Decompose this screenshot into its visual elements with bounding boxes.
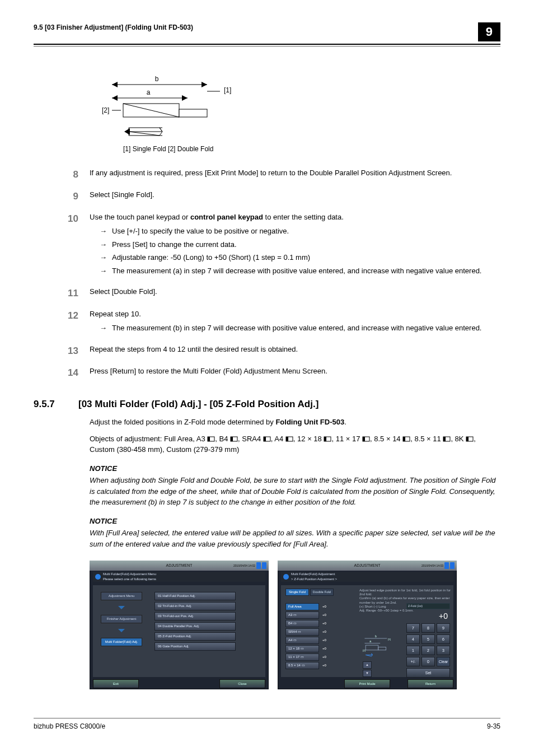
- menu-button[interactable]: 05 Z-Fold Position Adj.: [154, 632, 236, 641]
- svg-rect-29: [324, 437, 326, 441]
- panel-title: Multi Folder(Fold) Adjustment > Z-Fold P…: [291, 572, 337, 582]
- notice-heading: NOTICE: [90, 463, 500, 474]
- svg-marker-1: [112, 82, 118, 87]
- svg-rect-31: [363, 437, 365, 441]
- panel-title: Multi Folder(Fold) Adjustment Menu Pleas…: [103, 572, 156, 582]
- set-value: +0: [406, 610, 450, 622]
- svg-rect-35: [443, 437, 446, 441]
- scroll-up-button[interactable]: ▲: [363, 661, 372, 669]
- svg-text:[2]: [2]: [102, 106, 109, 114]
- menu-button[interactable]: 02 Tri-Fold-in Pos. Adj.: [154, 602, 236, 610]
- svg-rect-27: [286, 437, 288, 441]
- paper-size-button[interactable]: B4 ▭: [285, 620, 319, 627]
- step-text: Repeat the steps from 4 to 12 until the …: [90, 344, 500, 358]
- page-number: 9-35: [487, 721, 500, 731]
- rule-thin: [34, 46, 500, 46]
- step-sub: Use [+/-] to specify the value to be pos…: [100, 226, 500, 237]
- menu-button[interactable]: 06 Gate Position Adj.: [154, 642, 236, 651]
- svg-text:a: a: [369, 640, 371, 643]
- paper-size-button[interactable]: A4 ▭: [285, 637, 319, 644]
- panel-header: ADJUSTMENT: [354, 563, 380, 567]
- svg-marker-6: [182, 95, 188, 101]
- objects-text: Objects of adjustment: Full Area, A3 , B…: [90, 433, 500, 455]
- keypad-key[interactable]: +/-: [406, 657, 420, 666]
- keypad-key[interactable]: 7: [406, 623, 420, 633]
- tab-double-fold[interactable]: Double Fold: [310, 589, 334, 596]
- svg-rect-37: [466, 437, 469, 441]
- panel-datetime: 2010/04/04 14:02: [233, 561, 255, 571]
- keypad-key[interactable]: 9: [437, 623, 450, 633]
- set-label: Z-Fold (1st): [406, 603, 450, 609]
- mini-diagram: b a [2] [1]: [363, 634, 392, 657]
- intro-text: Adjust the folded positions in Z-Fold mo…: [90, 417, 500, 428]
- menu-button[interactable]: 01 Half-Fold Position Adj.: [154, 592, 236, 600]
- panel-header: ADJUSTMENT: [166, 563, 192, 567]
- breadcrumb-item[interactable]: Multi Folder(Fold) Adj.: [101, 638, 142, 646]
- step-text: If any adjustment is required, press [Ex…: [90, 167, 500, 182]
- breadcrumb-item[interactable]: Finisher Adjustment: [101, 615, 142, 623]
- svg-marker-15: [129, 128, 162, 136]
- svg-line-9: [123, 104, 179, 117]
- size-value: +0: [322, 629, 326, 634]
- paper-size-button[interactable]: Full Area: [285, 603, 319, 610]
- keypad-key[interactable]: 0: [421, 657, 435, 666]
- menu-button[interactable]: 04 Double Parallel Pos. Adj.: [154, 622, 236, 631]
- step-sub: The measurement (b) in step 7 will decre…: [100, 323, 500, 334]
- step-text: Repeat step 10.: [90, 310, 141, 318]
- step-text: Press [Return] to restore the Multi Fold…: [90, 366, 500, 380]
- close-button[interactable]: Close: [219, 679, 265, 688]
- paper-size-button[interactable]: 8.5 × 14 ▭: [285, 662, 319, 669]
- size-value: +0: [322, 613, 326, 618]
- keypad-key[interactable]: 2: [421, 646, 435, 655]
- exit-button[interactable]: Exit: [93, 679, 139, 688]
- step-text: Select [Single Fold].: [90, 189, 500, 204]
- size-value: +0: [322, 646, 326, 651]
- svg-rect-10: [179, 109, 207, 117]
- keypad-key[interactable]: 5: [421, 634, 435, 644]
- keypad-key[interactable]: 3: [437, 646, 450, 655]
- info-icon: [283, 574, 289, 580]
- return-button[interactable]: Return: [407, 679, 453, 688]
- size-value: +0: [322, 638, 326, 643]
- svg-marker-2: [202, 82, 207, 87]
- breadcrumb-item[interactable]: Adjustment Menu: [101, 592, 142, 600]
- size-value: +0: [322, 663, 326, 668]
- step-sub: The measurement (a) in step 7 will decre…: [100, 265, 500, 277]
- size-value: +0: [322, 655, 326, 660]
- chevron-down-icon: [118, 629, 125, 632]
- step-sub: Adjustable range: -50 (Long) to +50 (Sho…: [100, 252, 500, 263]
- step-number: 10: [34, 212, 90, 279]
- svg-marker-19: [124, 128, 130, 135]
- paper-size-button[interactable]: A3 ▭: [285, 612, 319, 619]
- adjustment-screenshot: ADJUSTMENT 2010/04/04 14:03 Multi Folder…: [278, 561, 457, 689]
- size-value: +0: [322, 621, 326, 626]
- keypad-key[interactable]: 8: [421, 623, 435, 633]
- menu-button[interactable]: 03 Tri-Fold-out Pos. Adj.: [154, 612, 236, 620]
- svg-text:[1]: [1]: [224, 86, 231, 94]
- scroll-down-button[interactable]: ▼: [363, 670, 372, 677]
- fold-diagram: b a [1] [2] [1] Single Fold [2] Double F…: [90, 69, 500, 154]
- keypad-key[interactable]: Clear: [437, 657, 450, 666]
- status-icon: [262, 562, 266, 569]
- keypad-key[interactable]: 6: [437, 634, 450, 644]
- paper-size-button[interactable]: 11 × 17 ▭: [285, 654, 319, 661]
- step-number: 14: [34, 366, 90, 380]
- svg-rect-25: [264, 437, 266, 441]
- keypad-key[interactable]: 1: [406, 646, 420, 655]
- keypad-key[interactable]: 4: [406, 634, 420, 644]
- size-value: +0: [322, 604, 326, 609]
- paper-size-button[interactable]: SRA4 ▭: [285, 628, 319, 636]
- print-mode-button[interactable]: Print Mode: [344, 679, 390, 688]
- svg-text:[1]: [1]: [388, 638, 391, 641]
- svg-rect-42: [366, 645, 378, 650]
- paper-size-button[interactable]: 12 × 18 ▭: [285, 645, 319, 652]
- notice-text: With [Full Area] selected, the entered v…: [90, 528, 500, 549]
- svg-rect-21: [208, 437, 210, 441]
- step-number: 11: [34, 286, 90, 301]
- step-sub: Press [Set] to change the current data.: [100, 239, 500, 250]
- tab-single-fold[interactable]: Single Fold: [285, 589, 309, 596]
- set-button[interactable]: Set: [406, 668, 450, 678]
- svg-text:b: b: [375, 634, 377, 638]
- notice-heading: NOTICE: [90, 516, 500, 527]
- status-icon: [444, 562, 449, 569]
